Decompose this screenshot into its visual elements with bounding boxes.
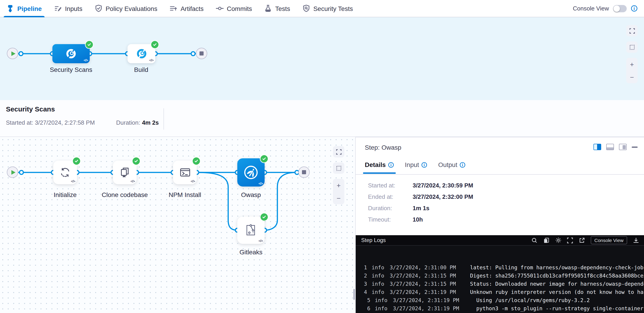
log-lvl: info [375, 296, 387, 304]
select-region-button[interactable] [333, 162, 344, 174]
detail-value: 3/27/2024, 2:32:00 PM [413, 193, 473, 201]
zoom-out-button[interactable]: − [630, 73, 634, 80]
console-view-button[interactable]: Console View [591, 236, 627, 244]
stage-card-security-scans[interactable]: </> [52, 44, 90, 63]
divider [164, 108, 164, 130]
log-lines[interactable]: 1info3/27/2024, 2:31:00 PMlatest: Pullin… [356, 246, 644, 313]
zoom-out-button[interactable]: − [336, 195, 341, 201]
step-card-owasp[interactable]: </> [237, 158, 264, 187]
tab-label: Artifacts [180, 5, 204, 12]
stage-connectors [0, 17, 644, 100]
settings-gear-icon[interactable] [555, 237, 562, 243]
code-glyph: </> [130, 179, 135, 183]
log-time: 3/27/2024, 2:31:19 PM [393, 296, 462, 304]
tab-policy-evaluations[interactable]: Policy Evaluations [95, 0, 157, 17]
log-time: 3/27/2024, 2:31:19 PM [390, 288, 456, 296]
started-label: Started at: [6, 119, 33, 126]
zoom-in-button[interactable]: + [336, 182, 341, 189]
detail-label: Timeout: [368, 216, 413, 223]
select-region-button[interactable] [626, 41, 638, 53]
detail-row-ended-at: Ended at: 3/27/2024, 2:32:00 PM [368, 193, 473, 201]
scrollbar-thumb[interactable] [354, 289, 355, 300]
console-view-toggle[interactable] [613, 5, 627, 12]
log-lvl: info [372, 263, 384, 272]
zoom-in-button[interactable]: + [630, 61, 634, 67]
tab-output[interactable]: Output [438, 161, 466, 174]
step-card-gitleaks[interactable]: </> [237, 217, 264, 244]
stage-graph-canvas[interactable]: </> </> Security Scans Build + − [0, 17, 644, 100]
tab-commits[interactable]: Commits [216, 0, 252, 17]
initialize-sync-icon [59, 167, 71, 178]
layout-floating-icon[interactable] [619, 144, 627, 150]
flask-icon [264, 4, 272, 12]
step-details-rows: Started at: 3/27/2024, 2:30:59 PM Ended … [368, 182, 473, 223]
tab-pipeline[interactable]: Pipeline [6, 0, 42, 17]
owasp-wasp-icon [243, 164, 259, 181]
detail-row-duration: Duration: 1m 1s [368, 205, 473, 212]
top-nav: Pipeline Inputs Policy Evaluations Artif… [0, 0, 644, 17]
tab-input[interactable]: Input [405, 161, 427, 174]
log-line: 1info3/27/2024, 2:31:00 PMlatest: Pullin… [364, 263, 644, 272]
started-value: 3/27/2024, 2:27:58 PM [35, 119, 95, 126]
detail-label: Ended at: [368, 193, 413, 201]
log-msg: Using /usr/local/rvm/gems/ruby-3.2.2 [476, 296, 590, 304]
code-glyph: </> [71, 179, 75, 183]
download-icon[interactable] [632, 237, 639, 243]
tab-artifacts[interactable]: Artifacts [170, 0, 204, 17]
search-icon[interactable] [532, 237, 538, 243]
fullscreen-button[interactable] [333, 146, 344, 157]
log-lvl: info [372, 272, 384, 280]
step-logs: Step Logs Conso [356, 235, 644, 313]
step-card-clone-codebase[interactable]: </> [113, 161, 137, 184]
duration-label: Duration: [116, 119, 140, 126]
code-glyph: </> [190, 179, 195, 183]
success-badge [132, 157, 140, 165]
step-card-initialize[interactable]: </> [53, 161, 77, 184]
log-ln: 3 [364, 280, 367, 288]
console-view-label: Console View [573, 5, 609, 12]
step-canvas-controls: + − [333, 146, 344, 204]
step-card-npm-install[interactable]: </> [173, 161, 197, 184]
success-badge [86, 41, 93, 48]
step-graph-canvas[interactable]: </> </> </> </> [0, 137, 355, 313]
fullscreen-icon[interactable] [567, 237, 574, 243]
info-icon [421, 162, 427, 168]
code-glyph: </> [258, 182, 263, 186]
step-details-panel: Step: Owasp Details Input Output [355, 137, 644, 313]
log-lvl: info [372, 280, 384, 288]
log-ln: 1 [364, 263, 367, 272]
open-external-icon[interactable] [579, 237, 585, 243]
log-line: 4info3/27/2024, 2:31:19 PMUnknown ruby i… [364, 288, 644, 296]
stop-icon [302, 170, 306, 174]
tab-details[interactable]: Details [365, 161, 394, 174]
shield-search-icon [302, 4, 310, 12]
log-lvl: info [375, 304, 387, 313]
stage-started-at: Started at: 3/27/2024, 2:27:58 PM [6, 119, 95, 126]
layout-split-bottom-icon[interactable] [606, 144, 614, 150]
harness-pipeline-execution-page: Pipeline Inputs Policy Evaluations Artif… [0, 0, 644, 313]
tab-security-tests[interactable]: Security Tests [302, 0, 353, 17]
step-logs-header: Step Logs Conso [356, 235, 644, 246]
fullscreen-button[interactable] [626, 25, 638, 36]
step-panel-tabs: Details Input Output [365, 161, 466, 174]
log-ln: 4 [364, 288, 367, 296]
step-start-node [7, 167, 18, 178]
minimize-panel-icon[interactable] [632, 146, 638, 148]
tab-label: Commits [227, 5, 252, 12]
gitleaks-icon [244, 223, 258, 237]
step-label: Owasp [224, 191, 278, 198]
layout-split-right-icon[interactable] [594, 144, 601, 150]
code-glyph: </> [258, 239, 263, 243]
step-logs-title: Step Logs [361, 237, 386, 243]
tab-inputs[interactable]: Inputs [54, 0, 82, 17]
log-line: 2info3/27/2024, 2:31:15 PMDigest: sha256… [364, 272, 644, 280]
info-icon[interactable] [631, 5, 638, 12]
log-line: 6info3/27/2024, 2:31:19 PMpython3 -m sto… [364, 304, 644, 313]
copy-icon[interactable] [543, 237, 550, 243]
tab-label: Output [438, 161, 457, 168]
code-glyph: </> [149, 58, 154, 62]
tab-tests[interactable]: Tests [264, 0, 290, 17]
tab-label: Policy Evaluations [106, 5, 157, 12]
stage-card-build[interactable]: </> [128, 44, 155, 63]
log-lvl: info [372, 288, 384, 296]
